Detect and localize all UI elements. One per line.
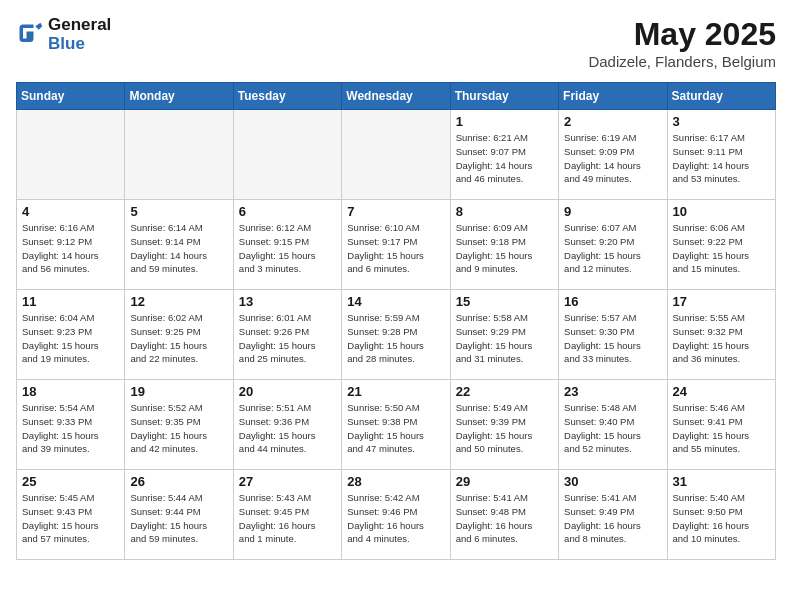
calendar-title: May 2025	[588, 16, 776, 53]
day-info: Sunrise: 6:21 AM Sunset: 9:07 PM Dayligh…	[456, 131, 553, 186]
day-number: 3	[673, 114, 770, 129]
day-cell: 22Sunrise: 5:49 AM Sunset: 9:39 PM Dayli…	[450, 380, 558, 470]
day-cell: 15Sunrise: 5:58 AM Sunset: 9:29 PM Dayli…	[450, 290, 558, 380]
day-number: 27	[239, 474, 336, 489]
day-number: 2	[564, 114, 661, 129]
day-number: 9	[564, 204, 661, 219]
calendar-subtitle: Dadizele, Flanders, Belgium	[588, 53, 776, 70]
day-info: Sunrise: 5:46 AM Sunset: 9:41 PM Dayligh…	[673, 401, 770, 456]
day-cell: 13Sunrise: 6:01 AM Sunset: 9:26 PM Dayli…	[233, 290, 341, 380]
day-cell: 4Sunrise: 6:16 AM Sunset: 9:12 PM Daylig…	[17, 200, 125, 290]
day-info: Sunrise: 6:17 AM Sunset: 9:11 PM Dayligh…	[673, 131, 770, 186]
day-cell: 17Sunrise: 5:55 AM Sunset: 9:32 PM Dayli…	[667, 290, 775, 380]
day-number: 25	[22, 474, 119, 489]
day-number: 19	[130, 384, 227, 399]
day-number: 30	[564, 474, 661, 489]
day-info: Sunrise: 6:02 AM Sunset: 9:25 PM Dayligh…	[130, 311, 227, 366]
logo-text: General Blue	[48, 16, 111, 53]
day-info: Sunrise: 6:04 AM Sunset: 9:23 PM Dayligh…	[22, 311, 119, 366]
day-info: Sunrise: 5:51 AM Sunset: 9:36 PM Dayligh…	[239, 401, 336, 456]
day-info: Sunrise: 6:10 AM Sunset: 9:17 PM Dayligh…	[347, 221, 444, 276]
day-number: 28	[347, 474, 444, 489]
weekday-header-wednesday: Wednesday	[342, 83, 450, 110]
day-number: 8	[456, 204, 553, 219]
day-info: Sunrise: 5:50 AM Sunset: 9:38 PM Dayligh…	[347, 401, 444, 456]
day-info: Sunrise: 5:43 AM Sunset: 9:45 PM Dayligh…	[239, 491, 336, 546]
day-cell: 9Sunrise: 6:07 AM Sunset: 9:20 PM Daylig…	[559, 200, 667, 290]
day-cell	[342, 110, 450, 200]
weekday-header-friday: Friday	[559, 83, 667, 110]
day-cell: 29Sunrise: 5:41 AM Sunset: 9:48 PM Dayli…	[450, 470, 558, 560]
day-info: Sunrise: 5:42 AM Sunset: 9:46 PM Dayligh…	[347, 491, 444, 546]
day-number: 20	[239, 384, 336, 399]
day-info: Sunrise: 5:52 AM Sunset: 9:35 PM Dayligh…	[130, 401, 227, 456]
weekday-header-row: SundayMondayTuesdayWednesdayThursdayFrid…	[17, 83, 776, 110]
day-number: 23	[564, 384, 661, 399]
page-header: General Blue May 2025 Dadizele, Flanders…	[16, 16, 776, 70]
weekday-header-thursday: Thursday	[450, 83, 558, 110]
day-cell: 1Sunrise: 6:21 AM Sunset: 9:07 PM Daylig…	[450, 110, 558, 200]
day-info: Sunrise: 5:54 AM Sunset: 9:33 PM Dayligh…	[22, 401, 119, 456]
day-cell: 10Sunrise: 6:06 AM Sunset: 9:22 PM Dayli…	[667, 200, 775, 290]
day-cell: 31Sunrise: 5:40 AM Sunset: 9:50 PM Dayli…	[667, 470, 775, 560]
day-cell: 18Sunrise: 5:54 AM Sunset: 9:33 PM Dayli…	[17, 380, 125, 470]
day-number: 12	[130, 294, 227, 309]
day-cell: 5Sunrise: 6:14 AM Sunset: 9:14 PM Daylig…	[125, 200, 233, 290]
day-cell: 19Sunrise: 5:52 AM Sunset: 9:35 PM Dayli…	[125, 380, 233, 470]
day-cell: 11Sunrise: 6:04 AM Sunset: 9:23 PM Dayli…	[17, 290, 125, 380]
week-row-5: 25Sunrise: 5:45 AM Sunset: 9:43 PM Dayli…	[17, 470, 776, 560]
day-info: Sunrise: 5:44 AM Sunset: 9:44 PM Dayligh…	[130, 491, 227, 546]
day-cell: 21Sunrise: 5:50 AM Sunset: 9:38 PM Dayli…	[342, 380, 450, 470]
week-row-2: 4Sunrise: 6:16 AM Sunset: 9:12 PM Daylig…	[17, 200, 776, 290]
day-info: Sunrise: 6:12 AM Sunset: 9:15 PM Dayligh…	[239, 221, 336, 276]
day-number: 24	[673, 384, 770, 399]
weekday-header-monday: Monday	[125, 83, 233, 110]
day-cell: 28Sunrise: 5:42 AM Sunset: 9:46 PM Dayli…	[342, 470, 450, 560]
calendar-table: SundayMondayTuesdayWednesdayThursdayFrid…	[16, 82, 776, 560]
day-info: Sunrise: 5:57 AM Sunset: 9:30 PM Dayligh…	[564, 311, 661, 366]
day-info: Sunrise: 6:01 AM Sunset: 9:26 PM Dayligh…	[239, 311, 336, 366]
day-number: 4	[22, 204, 119, 219]
day-cell	[125, 110, 233, 200]
weekday-header-saturday: Saturday	[667, 83, 775, 110]
day-cell: 26Sunrise: 5:44 AM Sunset: 9:44 PM Dayli…	[125, 470, 233, 560]
day-info: Sunrise: 5:41 AM Sunset: 9:48 PM Dayligh…	[456, 491, 553, 546]
day-cell	[17, 110, 125, 200]
day-cell: 6Sunrise: 6:12 AM Sunset: 9:15 PM Daylig…	[233, 200, 341, 290]
day-info: Sunrise: 5:40 AM Sunset: 9:50 PM Dayligh…	[673, 491, 770, 546]
title-block: May 2025 Dadizele, Flanders, Belgium	[588, 16, 776, 70]
day-number: 14	[347, 294, 444, 309]
day-cell: 25Sunrise: 5:45 AM Sunset: 9:43 PM Dayli…	[17, 470, 125, 560]
day-info: Sunrise: 5:58 AM Sunset: 9:29 PM Dayligh…	[456, 311, 553, 366]
day-number: 22	[456, 384, 553, 399]
day-cell: 2Sunrise: 6:19 AM Sunset: 9:09 PM Daylig…	[559, 110, 667, 200]
day-number: 5	[130, 204, 227, 219]
day-info: Sunrise: 6:19 AM Sunset: 9:09 PM Dayligh…	[564, 131, 661, 186]
day-number: 6	[239, 204, 336, 219]
day-cell: 24Sunrise: 5:46 AM Sunset: 9:41 PM Dayli…	[667, 380, 775, 470]
day-info: Sunrise: 5:45 AM Sunset: 9:43 PM Dayligh…	[22, 491, 119, 546]
day-cell: 7Sunrise: 6:10 AM Sunset: 9:17 PM Daylig…	[342, 200, 450, 290]
day-number: 7	[347, 204, 444, 219]
weekday-header-tuesday: Tuesday	[233, 83, 341, 110]
day-cell: 16Sunrise: 5:57 AM Sunset: 9:30 PM Dayli…	[559, 290, 667, 380]
day-number: 15	[456, 294, 553, 309]
logo: General Blue	[16, 16, 111, 53]
week-row-3: 11Sunrise: 6:04 AM Sunset: 9:23 PM Dayli…	[17, 290, 776, 380]
day-cell: 8Sunrise: 6:09 AM Sunset: 9:18 PM Daylig…	[450, 200, 558, 290]
day-cell: 14Sunrise: 5:59 AM Sunset: 9:28 PM Dayli…	[342, 290, 450, 380]
day-cell: 3Sunrise: 6:17 AM Sunset: 9:11 PM Daylig…	[667, 110, 775, 200]
day-info: Sunrise: 6:06 AM Sunset: 9:22 PM Dayligh…	[673, 221, 770, 276]
day-number: 16	[564, 294, 661, 309]
day-cell: 30Sunrise: 5:41 AM Sunset: 9:49 PM Dayli…	[559, 470, 667, 560]
day-cell: 23Sunrise: 5:48 AM Sunset: 9:40 PM Dayli…	[559, 380, 667, 470]
day-number: 17	[673, 294, 770, 309]
day-number: 10	[673, 204, 770, 219]
day-number: 29	[456, 474, 553, 489]
day-number: 11	[22, 294, 119, 309]
day-info: Sunrise: 5:48 AM Sunset: 9:40 PM Dayligh…	[564, 401, 661, 456]
day-cell	[233, 110, 341, 200]
day-number: 26	[130, 474, 227, 489]
day-cell: 20Sunrise: 5:51 AM Sunset: 9:36 PM Dayli…	[233, 380, 341, 470]
day-info: Sunrise: 6:09 AM Sunset: 9:18 PM Dayligh…	[456, 221, 553, 276]
